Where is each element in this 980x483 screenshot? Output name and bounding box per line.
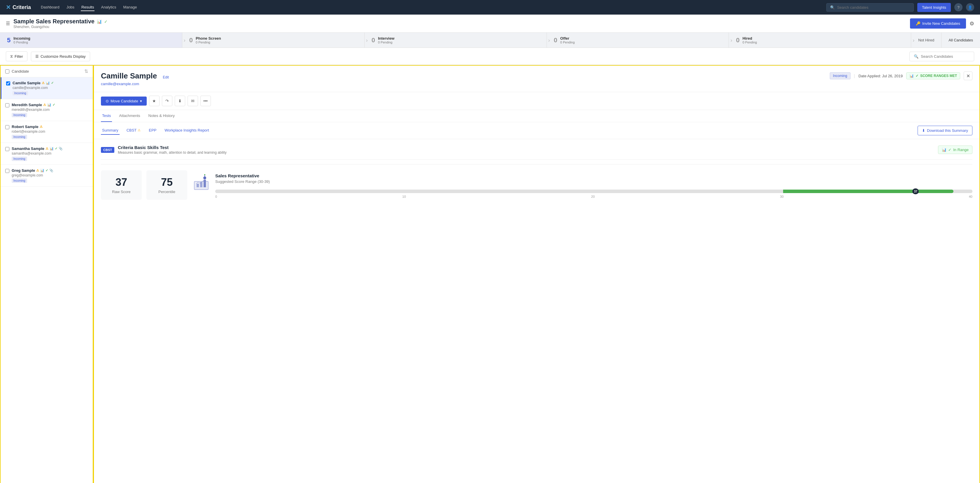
nav-manage[interactable]: Manage <box>123 4 138 11</box>
talent-insights-button[interactable]: Talent Insights <box>917 3 951 12</box>
test-name: Criteria Basic Skills Test <box>118 145 227 150</box>
close-detail-button[interactable]: ✕ <box>964 71 972 80</box>
candidate-item[interactable]: Camille Sample ⚠ 📊 ✓ camille@example.com… <box>1 77 93 99</box>
candidate-name: Greg Sample ⚠ 📊 ✓ 📎 <box>12 168 88 173</box>
suggested-range: Suggested Score Range (30-39) <box>215 180 972 184</box>
move-candidate-button[interactable]: ⊙ Move Candidate ▾ <box>101 97 147 106</box>
bar-icon: 📊 <box>49 147 54 151</box>
account-icon[interactable]: 👤 <box>966 3 974 11</box>
in-range-badge: 📊 ✓ In Range <box>938 146 972 154</box>
hamburger-icon[interactable]: ☰ <box>6 21 10 26</box>
hired-pending: 0 Pending <box>743 41 757 44</box>
phone-text: Phone Screen 0 Pending <box>196 36 221 44</box>
pipeline-not-hired[interactable]: Not Hired <box>911 33 942 48</box>
filter-button[interactable]: ⧖ Filter <box>6 51 27 61</box>
sort-icon[interactable]: ⇅ <box>84 68 88 74</box>
in-range-label: In Range <box>953 148 969 152</box>
sub-tab-cbst[interactable]: CBST ⚠ <box>126 126 142 135</box>
stage-badge: Incoming <box>13 91 28 95</box>
hired-count: 0 <box>736 37 740 44</box>
toolbar-search[interactable]: 🔍 <box>909 52 974 61</box>
nav-results[interactable]: Results <box>81 4 94 11</box>
stage-badge: Incoming <box>12 113 27 117</box>
candidate-info: Greg Sample ⚠ 📊 ✓ 📎 greg@example.com Inc… <box>12 168 88 183</box>
tab-notes-history[interactable]: Notes & History <box>147 110 176 122</box>
help-icon[interactable]: ? <box>955 3 963 11</box>
candidate-checkbox[interactable] <box>5 125 10 129</box>
test-section: CBST Criteria Basic Skills Test Measures… <box>94 139 979 207</box>
list-header: Candidate ⇅ <box>1 66 93 77</box>
candidate-item[interactable]: Robert Sample ⚠ robert@example.com Incom… <box>1 121 93 143</box>
email-button[interactable]: ✉ <box>188 96 198 106</box>
customize-button[interactable]: ☰ Customize Results Display <box>31 52 90 61</box>
more-button[interactable]: ••• <box>200 96 211 106</box>
candidate-checkbox[interactable] <box>6 81 10 86</box>
tab-tests[interactable]: Tests <box>101 110 112 122</box>
pipeline: 5 Incoming 0 Pending › 0 Phone Screen 0 … <box>0 33 980 48</box>
svg-point-4 <box>203 176 206 180</box>
job-info: Sample Sales Representative 📊 ✓ Shenzhen… <box>13 18 108 29</box>
page-header: ☰ Sample Sales Representative 📊 ✓ Shenzh… <box>0 14 980 33</box>
pipeline-stage-phone[interactable]: 0 Phone Screen 0 Pending › <box>182 33 364 48</box>
search-input[interactable] <box>837 5 910 10</box>
candidate-item[interactable]: Meredith Sample ⚠ 📊 ✓ meredith@example.c… <box>1 99 93 121</box>
pipeline-all-candidates[interactable]: All Candidates <box>942 33 980 48</box>
logo-text: Criteria <box>13 5 31 11</box>
pipeline-stage-offer[interactable]: 0 Offer 0 Pending › <box>547 33 729 48</box>
invite-candidates-button[interactable]: 🔑 Invite New Candidates <box>910 18 966 29</box>
pipeline-stage-interview[interactable]: 0 Interview 0 Pending › <box>364 33 547 48</box>
hired-text: Hired 0 Pending <box>743 36 757 44</box>
pipeline-stage-incoming[interactable]: 5 Incoming 0 Pending › <box>0 33 182 48</box>
nav-jobs[interactable]: Jobs <box>66 4 75 11</box>
sub-tab-workplace[interactable]: Workplace Insights Report <box>163 126 210 135</box>
role-name: Sales Representative <box>215 173 972 178</box>
score-ranges-badge: 📊 ✓ SCORE RANGES MET <box>906 72 960 79</box>
candidate-checkbox[interactable] <box>5 103 10 107</box>
sub-tab-epp[interactable]: EPP <box>148 126 158 135</box>
clip-icon: 📎 <box>49 168 53 172</box>
nav-dashboard[interactable]: Dashboard <box>40 4 60 11</box>
filter-label: Filter <box>14 54 23 59</box>
settings-icon[interactable]: ⚙ <box>969 21 974 27</box>
candidate-checkbox[interactable] <box>5 169 10 173</box>
bar-icon: 📊 <box>40 168 45 172</box>
candidate-search-bar[interactable]: 🔍 <box>826 3 914 12</box>
pipeline-stage-hired[interactable]: 0 Hired 0 Pending › <box>729 33 911 48</box>
arrow-icon: › <box>184 37 186 43</box>
candidate-detail-email[interactable]: camille@example.com <box>101 82 169 86</box>
candidate-item[interactable]: Greg Sample ⚠ 📊 ✓ 📎 greg@example.com Inc… <box>1 165 93 187</box>
bar-chart-icon: 📊 <box>97 19 102 24</box>
bar-icon: 📊 <box>47 103 51 107</box>
toolbar: ⧖ Filter ☰ Customize Results Display 🔍 <box>0 48 980 65</box>
phone-pending: 0 Pending <box>196 41 221 44</box>
stage-badge: Incoming <box>12 157 27 161</box>
raw-score-value: 37 <box>108 176 135 188</box>
svg-rect-1 <box>197 184 199 187</box>
download-button[interactable]: ⬇ <box>175 96 185 106</box>
svg-point-6 <box>204 174 205 175</box>
nav-analytics[interactable]: Analytics <box>100 4 117 11</box>
star-button[interactable]: ★ <box>149 96 159 106</box>
scores-row: 37 Raw Score 75 Percentile <box>101 170 972 201</box>
tab-attachments[interactable]: Attachments <box>118 110 141 122</box>
tick-0: 0 <box>215 195 217 198</box>
sub-tab-summary[interactable]: Summary <box>101 126 119 135</box>
check-icon: ✓ <box>46 168 48 172</box>
candidate-checkbox[interactable] <box>5 147 10 151</box>
select-all-checkbox[interactable] <box>5 70 10 73</box>
test-info: Criteria Basic Skills Test Measures basi… <box>118 145 227 154</box>
detail-name-section: Camille Sample Edit camille@example.com <box>101 71 169 86</box>
toolbar-search-input[interactable] <box>921 54 970 59</box>
interview-pending: 0 Pending <box>378 41 395 44</box>
edit-link[interactable]: Edit <box>163 75 169 79</box>
score-ranges-label: SCORE RANGES MET <box>920 74 957 78</box>
progress-bar-bg: 37 <box>215 189 972 193</box>
arrow-icon-2: › <box>366 37 368 43</box>
cbst-warn-icon: ⚠ <box>138 128 141 132</box>
test-description: Measures basic grammar, math, attention … <box>118 151 227 154</box>
candidate-item[interactable]: Samantha Sample ⚠ 📊 ✓ 📎 samantha@example… <box>1 143 93 165</box>
forward-button[interactable]: ↷ <box>162 96 172 106</box>
candidate-list: Candidate ⇅ Camille Sample ⚠ 📊 ✓ camille… <box>0 65 93 483</box>
interview-count: 0 <box>372 37 375 44</box>
download-summary-button[interactable]: ⬇ Download this Summary <box>918 126 972 135</box>
